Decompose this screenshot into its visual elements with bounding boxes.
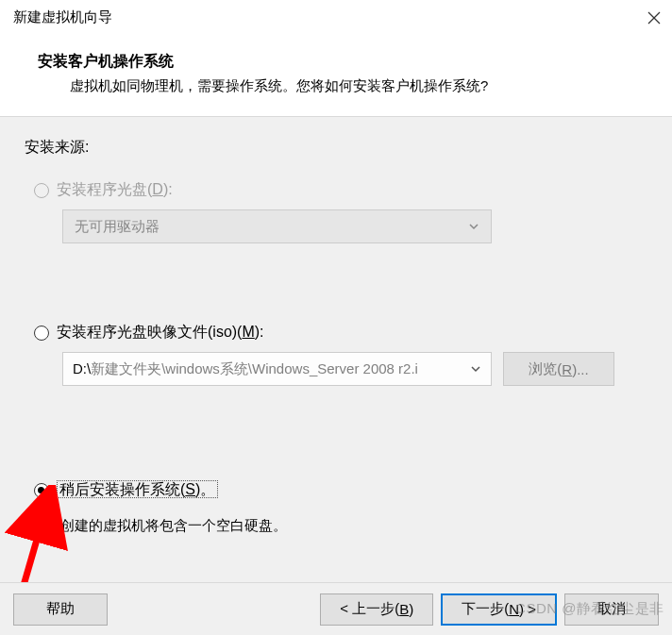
- chevron-down-icon[interactable]: [470, 361, 481, 377]
- cancel-button[interactable]: 取消: [564, 593, 659, 626]
- iso-row: D:\新建文件夹\windows系统\Windows_Server 2008 r…: [62, 352, 647, 386]
- option-later-hint: 创建的虚拟机将包含一个空白硬盘。: [60, 517, 647, 535]
- option-iso[interactable]: 安装程序光盘映像文件(iso)(M):: [34, 323, 647, 343]
- disc-drive-value: 无可用驱动器: [75, 218, 160, 236]
- option-iso-label: 安装程序光盘映像文件(iso)(M):: [57, 323, 264, 343]
- help-button[interactable]: 帮助: [13, 593, 108, 626]
- back-button[interactable]: < 上一步(B): [320, 593, 433, 626]
- disc-drive-dropdown: 无可用驱动器: [62, 209, 492, 243]
- option-install-later[interactable]: 稍后安装操作系统(S)。: [34, 480, 647, 500]
- radio-later[interactable]: [34, 483, 49, 498]
- window-title: 新建虚拟机向导: [13, 8, 112, 26]
- browse-button: 浏览(R)...: [503, 352, 614, 386]
- option-disc-label: 安装程序光盘(D):: [57, 180, 173, 200]
- titlebar: 新建虚拟机向导: [0, 0, 672, 35]
- wizard-content: 安装来源: 安装程序光盘(D): 无可用驱动器 安装程序光盘映像文件(iso)(…: [0, 117, 672, 617]
- radio-disc: [34, 183, 49, 198]
- header-description: 虚拟机如同物理机，需要操作系统。您将如何安装客户机操作系统?: [17, 72, 655, 95]
- option-later-label: 稍后安装操作系统(S)。: [57, 480, 218, 500]
- iso-path-dropdown[interactable]: D:\新建文件夹\windows系统\Windows_Server 2008 r…: [62, 352, 492, 386]
- wizard-header: 安装客户机操作系统 虚拟机如同物理机，需要操作系统。您将如何安装客户机操作系统?: [0, 35, 672, 117]
- wizard-footer: 帮助 < 上一步(B) 下一步(N) > 取消: [0, 582, 672, 635]
- header-title: 安装客户机操作系统: [17, 52, 655, 72]
- iso-path-value: D:\新建文件夹\windows系统\Windows_Server 2008 r…: [73, 360, 418, 378]
- chevron-down-icon: [468, 219, 479, 235]
- option-installer-disc: 安装程序光盘(D):: [34, 180, 647, 200]
- radio-iso[interactable]: [34, 326, 49, 341]
- close-icon[interactable]: [646, 9, 663, 26]
- source-label: 安装来源:: [25, 138, 647, 158]
- next-button[interactable]: 下一步(N) >: [441, 593, 557, 626]
